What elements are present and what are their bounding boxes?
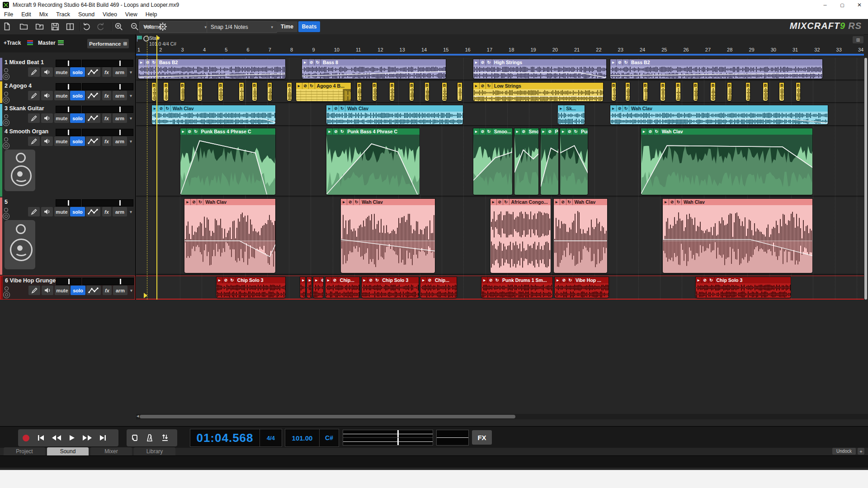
play-button[interactable] bbox=[64, 431, 80, 445]
solo-button[interactable]: solo bbox=[70, 67, 85, 77]
tiny-clip[interactable]: B bbox=[218, 82, 223, 101]
clip-play-icon[interactable]: ▸ bbox=[473, 59, 480, 66]
clip-loop-icon[interactable]: ↻ bbox=[354, 199, 360, 205]
midi-icon[interactable]: MIDI bbox=[143, 21, 155, 32]
undo-button[interactable] bbox=[81, 21, 93, 32]
fast-forward-button[interactable] bbox=[80, 431, 95, 445]
time-mode-button[interactable]: Time bbox=[277, 21, 297, 32]
clip-low-strings[interactable]: ▸⊘↻Low Strings bbox=[473, 82, 604, 102]
redo-button[interactable] bbox=[94, 21, 106, 32]
minimize-button[interactable]: ─ bbox=[816, 0, 834, 10]
clip-play-icon[interactable]: ▸ bbox=[554, 199, 560, 205]
clip-bass-b2[interactable]: ▸⊘↻Bass B2 bbox=[138, 59, 286, 79]
clip-loop-icon[interactable]: ↻ bbox=[494, 277, 500, 283]
playhead-marker-icon[interactable] bbox=[157, 36, 160, 40]
clip-mute-icon[interactable]: ⊘ bbox=[308, 59, 315, 66]
open-project-button[interactable] bbox=[18, 21, 30, 32]
tiny-clip[interactable]: B bbox=[693, 82, 698, 101]
vertical-scrollbar-thumb[interactable] bbox=[864, 58, 867, 300]
scroll-left-arrow-icon[interactable]: ◂ bbox=[137, 413, 139, 419]
clip-play-icon[interactable]: ▸ bbox=[555, 277, 561, 283]
clip-play-icon[interactable]: ▸ bbox=[217, 277, 223, 283]
solo-button[interactable]: solo bbox=[71, 286, 85, 295]
clip-mute-icon[interactable]: ⊘ bbox=[332, 277, 338, 283]
arm-button[interactable]: arm bbox=[113, 91, 127, 100]
tiny-clip[interactable]: B bbox=[372, 82, 377, 101]
volume-slider[interactable] bbox=[82, 60, 133, 67]
clip-agogo-4-b[interactable]: ▸⊘↻Agogo 4 B... bbox=[296, 82, 351, 102]
clip-bass-b2[interactable]: ▸⊘↻Bass B2 bbox=[610, 59, 823, 79]
tiny-clip[interactable]: B bbox=[457, 82, 462, 101]
rewind-button[interactable] bbox=[49, 431, 64, 445]
pan-slider[interactable] bbox=[56, 199, 81, 206]
clip-play-icon[interactable]: ▸ bbox=[138, 59, 145, 66]
clip-wah-clav[interactable]: ▸⊘↻Wah Clav bbox=[184, 198, 276, 273]
clip-loop-icon[interactable]: ↻ bbox=[486, 59, 492, 66]
clip-loop-icon[interactable]: ↻ bbox=[567, 277, 574, 283]
timeline-marker-strip[interactable] bbox=[136, 34, 864, 47]
bar-ruler[interactable]: 1234567891011121314151617181920212223242… bbox=[136, 47, 864, 54]
volume-slider[interactable] bbox=[82, 106, 133, 113]
monitor-speaker-button[interactable] bbox=[41, 136, 53, 146]
automation-button[interactable] bbox=[86, 136, 100, 146]
track-header-1[interactable]: 1 Mixed Beat 1mutesolofxarm▾ bbox=[0, 58, 135, 80]
tiny-clip[interactable]: B bbox=[796, 82, 801, 101]
clip-mute-icon[interactable]: ⊘ bbox=[187, 128, 193, 135]
track-chevron-button[interactable]: ▾ bbox=[128, 113, 134, 123]
track-chevron-button[interactable]: ▾ bbox=[128, 286, 134, 295]
arm-button[interactable]: arm bbox=[113, 136, 127, 146]
fx-button[interactable]: fx bbox=[103, 286, 112, 295]
tiny-clip[interactable]: B bbox=[151, 82, 157, 101]
tiny-clip[interactable]: B bbox=[625, 82, 631, 101]
clip-play-icon[interactable]: ▸ bbox=[641, 128, 647, 135]
start-marker-gear-icon[interactable] bbox=[143, 36, 149, 42]
clip-mute-icon[interactable]: ⊘ bbox=[347, 199, 354, 205]
clip-play-icon[interactable]: ▸ bbox=[491, 199, 497, 205]
volume-handle[interactable] bbox=[120, 279, 121, 284]
clip-wah-clav[interactable]: ▸⊘↻Wah Clav bbox=[553, 198, 608, 273]
beats-mode-button[interactable]: Beats bbox=[298, 21, 320, 32]
settings-button[interactable] bbox=[157, 21, 169, 32]
menu-file[interactable]: File bbox=[0, 10, 17, 19]
automation-button[interactable] bbox=[86, 91, 100, 100]
clip-loop-icon[interactable]: ↻ bbox=[374, 277, 381, 283]
tiny-clip[interactable]: B bbox=[197, 82, 203, 101]
clip-smoo[interactable]: ▸⊘↻Smoo... bbox=[473, 128, 513, 195]
pan-handle[interactable] bbox=[68, 130, 69, 135]
clip-mute-icon[interactable]: ⊘ bbox=[480, 83, 486, 89]
tiny-clip[interactable]: B bbox=[267, 82, 273, 101]
tiny-clip[interactable]: B bbox=[239, 82, 244, 101]
add-track-button[interactable]: +Track bbox=[4, 40, 21, 46]
tiny-clip[interactable]: B bbox=[675, 82, 681, 101]
freeze-pencil-button[interactable] bbox=[28, 136, 40, 146]
automation-button[interactable] bbox=[86, 286, 101, 295]
clip-loop-icon[interactable]: ↻ bbox=[573, 128, 579, 135]
clip-loop-icon[interactable]: ↻ bbox=[486, 128, 492, 135]
tiny-clip[interactable]: B bbox=[180, 82, 185, 101]
key-value[interactable]: C# bbox=[319, 429, 339, 446]
mute-button[interactable]: mute bbox=[54, 136, 69, 146]
arm-button[interactable]: arm bbox=[113, 67, 127, 77]
clip-play-icon[interactable]: ▸ bbox=[481, 277, 488, 283]
track-header-3[interactable]: 3 Skank Guitarmutesolofxarm▾ bbox=[0, 104, 135, 126]
clip-smoo[interactable]: ▸⊘Smoo... bbox=[514, 128, 539, 195]
clip-mute-icon[interactable]: ⊘ bbox=[223, 277, 229, 283]
clip-mute-icon[interactable]: ⊘ bbox=[566, 128, 573, 135]
snap-dropdown[interactable]: Snap 1/4 Notes ▾ bbox=[207, 21, 277, 33]
clip-play-icon[interactable]: ▸ bbox=[663, 199, 669, 205]
clip-play-icon[interactable]: ▸ bbox=[610, 59, 617, 66]
clip-play-icon[interactable]: ▸ bbox=[696, 277, 702, 283]
clip-chip[interactable]: ▸⊘Chip... bbox=[420, 277, 457, 298]
clip-loop-icon[interactable]: ↻ bbox=[309, 83, 315, 89]
master-volume-slider-bottom[interactable] bbox=[343, 437, 433, 446]
clip-play-icon[interactable]: ▸ bbox=[184, 199, 191, 205]
master-fx-button[interactable]: FX bbox=[472, 430, 492, 445]
zoom-in-button[interactable] bbox=[113, 21, 125, 32]
performance-button[interactable]: Performance ⊞ bbox=[87, 39, 129, 48]
clip-mute-icon[interactable]: ⊘ bbox=[368, 277, 374, 283]
mute-button[interactable]: mute bbox=[55, 286, 70, 295]
clip-loop-icon[interactable]: ↻ bbox=[197, 199, 203, 205]
clip-loop-icon[interactable]: ↻ bbox=[229, 277, 236, 283]
tiny-clip[interactable]: B bbox=[745, 82, 751, 101]
clip-mute-icon[interactable]: ⊘ bbox=[427, 277, 433, 283]
